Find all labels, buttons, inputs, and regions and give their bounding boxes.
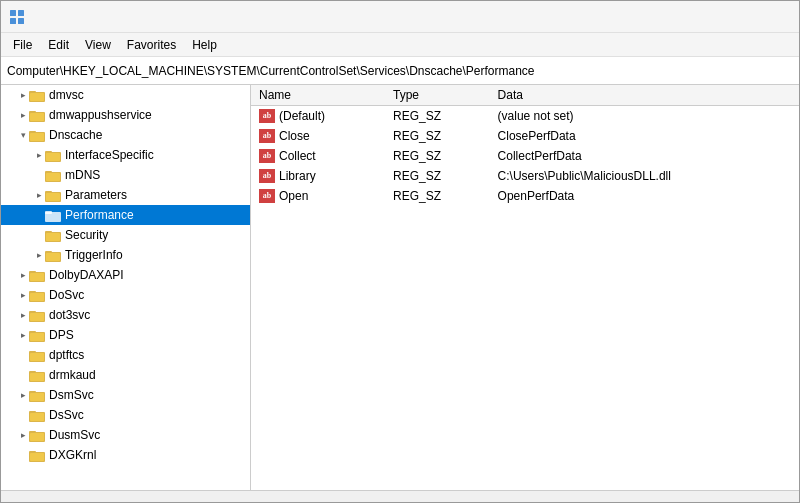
tree-item-DolbyDAXAPI[interactable]: ▸DolbyDAXAPI xyxy=(1,265,250,285)
table-row[interactable]: abCollectREG_SZCollectPerfData xyxy=(251,146,799,166)
col-data[interactable]: Data xyxy=(490,85,799,106)
svg-rect-41 xyxy=(30,333,44,341)
tree-item-DoSvc[interactable]: ▸DoSvc xyxy=(1,285,250,305)
folder-icon-DXGKrnl xyxy=(29,448,45,462)
tree-item-drmkaud[interactable]: drmkaud xyxy=(1,365,250,385)
folder-icon-DsmSvc xyxy=(29,388,45,402)
reg-value-icon: ab xyxy=(259,169,275,183)
tree-label-DPS: DPS xyxy=(49,328,74,342)
registry-editor-window: File Edit View Favorites Help Computer\H… xyxy=(0,0,800,503)
tree-expand-DusmSvc: ▸ xyxy=(17,430,29,440)
svg-rect-0 xyxy=(10,10,16,16)
table-row[interactable]: abCloseREG_SZClosePerfData xyxy=(251,126,799,146)
col-name[interactable]: Name xyxy=(251,85,385,106)
tree-label-dot3svc: dot3svc xyxy=(49,308,90,322)
tree-item-DPS[interactable]: ▸DPS xyxy=(1,325,250,345)
tree-label-mDNS: mDNS xyxy=(65,168,100,182)
tree-item-dmwappushservice[interactable]: ▸dmwappushservice xyxy=(1,105,250,125)
cell-type: REG_SZ xyxy=(385,106,490,126)
tree-expand-dmvsc: ▸ xyxy=(17,90,29,100)
tree-label-Performance: Performance xyxy=(65,208,134,222)
folder-icon-TriggerInfo xyxy=(45,248,61,262)
cell-name: ab(Default) xyxy=(251,106,385,126)
folder-icon-DoSvc xyxy=(29,288,45,302)
tree-expand-dmwappushservice: ▸ xyxy=(17,110,29,120)
tree-label-DoSvc: DoSvc xyxy=(49,288,84,302)
tree-label-TriggerInfo: TriggerInfo xyxy=(65,248,123,262)
tree-item-InterfaceSpecific[interactable]: ▸InterfaceSpecific xyxy=(1,145,250,165)
folder-icon-Parameters xyxy=(45,188,61,202)
value-name: Close xyxy=(279,129,310,143)
svg-rect-21 xyxy=(46,193,60,201)
tree-label-DsSvc: DsSvc xyxy=(49,408,84,422)
svg-rect-26 xyxy=(46,233,60,241)
tree-label-DolbyDAXAPI: DolbyDAXAPI xyxy=(49,268,124,282)
menu-file[interactable]: File xyxy=(5,34,40,56)
folder-icon-DolbyDAXAPI xyxy=(29,268,45,282)
tree-item-DusmSvc[interactable]: ▸DusmSvc xyxy=(1,425,250,445)
cell-type: REG_SZ xyxy=(385,186,490,206)
menu-favorites[interactable]: Favorites xyxy=(119,34,184,56)
svg-rect-32 xyxy=(30,273,44,281)
tree-item-DXGKrnl[interactable]: DXGKrnl xyxy=(1,445,250,465)
tree-item-Parameters[interactable]: ▸Parameters xyxy=(1,185,250,205)
tree-expand-Dnscache: ▾ xyxy=(17,130,29,140)
tree-label-drmkaud: drmkaud xyxy=(49,368,96,382)
svg-rect-2 xyxy=(10,18,16,24)
tree-item-mDNS[interactable]: mDNS xyxy=(1,165,250,185)
cell-data: C:\Users\Public\MaliciousDLL.dll xyxy=(490,166,799,186)
folder-icon-dmvsc xyxy=(29,88,45,102)
tree-item-Performance[interactable]: Performance xyxy=(1,205,250,225)
reg-value-icon: ab xyxy=(259,109,275,123)
cell-name: abOpen xyxy=(251,186,385,206)
menubar: File Edit View Favorites Help xyxy=(1,33,799,57)
svg-rect-6 xyxy=(30,93,44,101)
cell-type: REG_SZ xyxy=(385,146,490,166)
tree-item-dmvsc[interactable]: ▸dmvsc xyxy=(1,85,250,105)
col-type[interactable]: Type xyxy=(385,85,490,106)
tree-item-dptftcs[interactable]: dptftcs xyxy=(1,345,250,365)
tree-item-DsSvc[interactable]: DsSvc xyxy=(1,405,250,425)
address-path: Computer\HKEY_LOCAL_MACHINE\SYSTEM\Curre… xyxy=(7,64,535,78)
cell-type: REG_SZ xyxy=(385,166,490,186)
table-row[interactable]: ab(Default)REG_SZ(value not set) xyxy=(251,106,799,126)
tree-label-DsmSvc: DsmSvc xyxy=(49,388,94,402)
cell-name: abLibrary xyxy=(251,166,385,186)
menu-edit[interactable]: Edit xyxy=(40,34,77,56)
menu-view[interactable]: View xyxy=(77,34,119,56)
window-controls xyxy=(653,1,791,33)
tree-item-TriggerInfo[interactable]: ▸TriggerInfo xyxy=(1,245,250,265)
svg-rect-23 xyxy=(45,211,52,214)
cell-data: CollectPerfData xyxy=(490,146,799,166)
svg-rect-56 xyxy=(30,433,44,441)
value-name: Collect xyxy=(279,149,316,163)
maximize-button[interactable] xyxy=(699,1,745,33)
close-button[interactable] xyxy=(745,1,791,33)
svg-rect-12 xyxy=(30,133,44,141)
tree-item-Security[interactable]: Security xyxy=(1,225,250,245)
folder-icon-mDNS xyxy=(45,168,61,182)
tree-item-dot3svc[interactable]: ▸dot3svc xyxy=(1,305,250,325)
table-row[interactable]: abLibraryREG_SZC:\Users\Public\Malicious… xyxy=(251,166,799,186)
tree-item-DsmSvc[interactable]: ▸DsmSvc xyxy=(1,385,250,405)
cell-name: abClose xyxy=(251,126,385,146)
menu-help[interactable]: Help xyxy=(184,34,225,56)
tree-label-dmwappushservice: dmwappushservice xyxy=(49,108,152,122)
svg-rect-47 xyxy=(30,373,44,381)
folder-icon-dot3svc xyxy=(29,308,45,322)
tree-item-Dnscache[interactable]: ▾Dnscache xyxy=(1,125,250,145)
value-name: (Default) xyxy=(279,109,325,123)
table-row[interactable]: abOpenREG_SZOpenPerfData xyxy=(251,186,799,206)
minimize-button[interactable] xyxy=(653,1,699,33)
cell-data: OpenPerfData xyxy=(490,186,799,206)
reg-value-icon: ab xyxy=(259,129,275,143)
cell-name: abCollect xyxy=(251,146,385,166)
tree-label-Security: Security xyxy=(65,228,108,242)
value-name: Library xyxy=(279,169,316,183)
svg-rect-18 xyxy=(46,173,60,181)
svg-rect-35 xyxy=(30,293,44,301)
svg-rect-44 xyxy=(30,353,44,361)
tree-expand-TriggerInfo: ▸ xyxy=(33,250,45,260)
tree-label-Parameters: Parameters xyxy=(65,188,127,202)
svg-rect-9 xyxy=(30,113,44,121)
